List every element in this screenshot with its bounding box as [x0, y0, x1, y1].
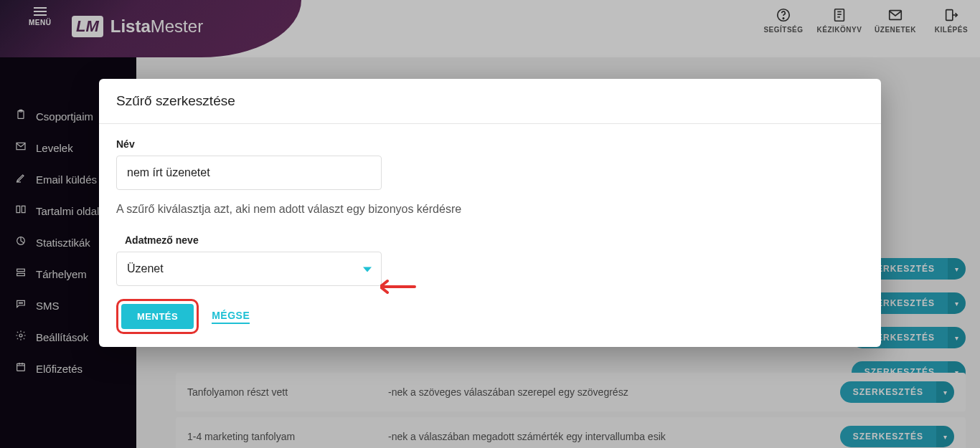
modal-footer: MENTÉS MÉGSE: [99, 292, 881, 347]
datafield-label: Adatmező neve: [116, 234, 864, 246]
save-highlight-annotation: MENTÉS: [116, 299, 199, 334]
datafield-value: Üzenet: [116, 252, 382, 286]
cancel-button[interactable]: MÉGSE: [212, 310, 250, 324]
datafield-select[interactable]: Üzenet: [116, 252, 382, 286]
annotation-arrow-icon: [380, 278, 416, 295]
save-button[interactable]: MENTÉS: [121, 304, 194, 329]
filter-edit-modal: Szűrő szerkesztése Név A szűrő kiválaszt…: [99, 79, 881, 347]
modal-body: Név A szűrő kiválasztja azt, aki nem ado…: [99, 124, 881, 292]
name-field-label: Név: [116, 138, 864, 150]
name-input[interactable]: [116, 156, 382, 190]
filter-description: A szűrő kiválasztja azt, aki nem adott v…: [116, 203, 864, 216]
chevron-down-icon: [363, 267, 372, 272]
modal-title: Szűrő szerkesztése: [99, 79, 881, 124]
